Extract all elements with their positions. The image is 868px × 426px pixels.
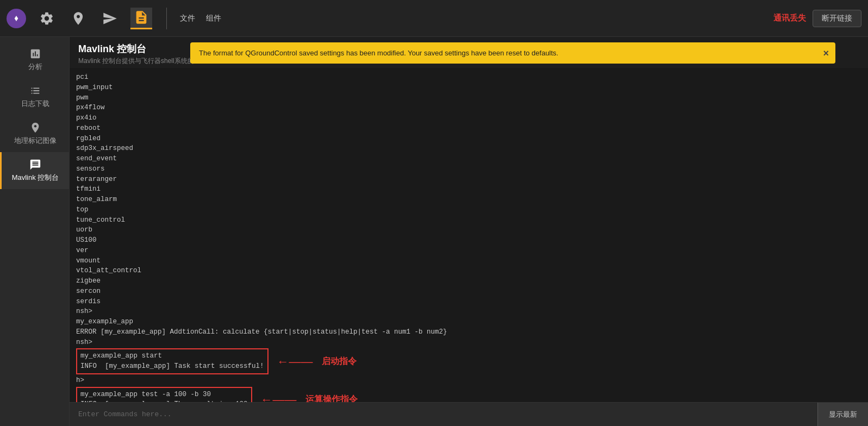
console-line: tone_alarm	[76, 195, 861, 205]
console-line: nsh>	[76, 306, 861, 317]
console-line: pci	[76, 72, 861, 83]
console-line: reboot	[76, 123, 861, 134]
console-line: pwm	[76, 93, 861, 103]
console-line: vmount	[76, 256, 861, 266]
main-layout: 分析 日志下载 地理标记图像 Mavlink 控制台 Mavlink 控制台 M…	[0, 37, 868, 426]
sidebar-label-analysis: 分析	[28, 62, 42, 72]
console-line: nsh>	[76, 337, 861, 348]
console-line: sdp3x_airspeed	[76, 143, 861, 154]
console-line: serdis	[76, 297, 861, 307]
content-area: Mavlink 控制台 Mavlink 控制台提供与飞行器shell系统的...…	[70, 37, 868, 426]
annotation-label-1: 启动指令	[322, 355, 357, 368]
notification-banner: The format for QGroundControl saved sett…	[190, 42, 835, 64]
arrow-1: ←——	[277, 353, 313, 371]
annotation-row-2: my_example_app test -a 100 -b 30 INFO [m…	[76, 387, 861, 403]
toolbar-icons	[7, 8, 171, 29]
console-line: top	[76, 205, 861, 215]
notification-close-button[interactable]: ×	[823, 47, 829, 59]
console-line: px4io	[76, 113, 861, 123]
connection-lost-text: 通讯丢失	[773, 13, 806, 23]
toolbar-right: 通讯丢失 断开链接	[773, 10, 861, 27]
menu-file[interactable]: 文件	[176, 11, 199, 26]
console-line: vtol_att_control	[76, 266, 861, 276]
sidebar-item-analysis[interactable]: 分析	[0, 41, 69, 78]
sidebar-item-geo[interactable]: 地理标记图像	[0, 115, 69, 152]
console-line: my_example_app	[76, 317, 861, 327]
menu-components[interactable]: 组件	[202, 11, 226, 26]
console-line: pwm_input	[76, 83, 861, 93]
document-icon[interactable]	[130, 8, 152, 29]
console-line: sensors	[76, 164, 861, 174]
annotation-row-1: my_example_app start INFO [my_example_ap…	[76, 348, 861, 374]
sidebar-item-logs[interactable]: 日志下载	[0, 78, 69, 115]
console-line: rgbled	[76, 134, 861, 144]
arrow-2: ←——	[261, 391, 297, 402]
block1-line1: my_example_app start	[80, 351, 264, 361]
sidebar-label-geo: 地理标记图像	[14, 136, 57, 146]
console-line: US100	[76, 235, 861, 246]
logo[interactable]	[7, 9, 26, 28]
console-line: send_event	[76, 154, 861, 164]
console-line: ERROR [my_example_app] AddtionCall: calc…	[76, 327, 861, 337]
toolbar-divider	[166, 8, 167, 29]
disconnect-button[interactable]: 断开链接	[813, 10, 861, 27]
nav-icon[interactable]	[67, 8, 89, 29]
annotation-label-2: 运算操作指令	[305, 393, 358, 402]
console-line: px4flow	[76, 103, 861, 113]
command-bar: 显示最新	[70, 402, 868, 426]
console-line-after1: h>	[76, 375, 861, 386]
console-output[interactable]: pci pwm_input pwm px4flow px4io reboot r…	[70, 68, 868, 402]
console-line: tfmini	[76, 184, 861, 195]
command-input[interactable]	[70, 410, 817, 418]
send-latest-button[interactable]: 显示最新	[817, 403, 868, 426]
sidebar-label-mavlink: Mavlink 控制台	[12, 173, 59, 183]
console-line: zigbee	[76, 276, 861, 286]
console-line: teraranger	[76, 174, 861, 185]
block1-line2: INFO [my_example_app] Task start success…	[80, 361, 264, 372]
console-line: sercon	[76, 286, 861, 297]
highlight-block-1: my_example_app start INFO [my_example_ap…	[76, 348, 268, 374]
toolbar-menu: 文件 组件	[176, 11, 226, 26]
console-line: tune_control	[76, 215, 861, 225]
console-line: uorb	[76, 225, 861, 235]
sidebar-label-logs: 日志下载	[21, 99, 49, 109]
console-line: ver	[76, 246, 861, 256]
notification-text: The format for QGroundControl saved sett…	[199, 49, 558, 57]
block2-line1: my_example_app test -a 100 -b 30	[80, 390, 248, 400]
toolbar: 文件 组件 通讯丢失 断开链接	[0, 0, 868, 37]
highlight-block-2: my_example_app test -a 100 -b 30 INFO [m…	[76, 387, 252, 403]
sidebar-item-mavlink[interactable]: Mavlink 控制台	[0, 152, 69, 189]
sidebar: 分析 日志下载 地理标记图像 Mavlink 控制台	[0, 37, 70, 426]
send-icon[interactable]	[99, 8, 121, 29]
settings-icon[interactable]	[36, 8, 58, 29]
